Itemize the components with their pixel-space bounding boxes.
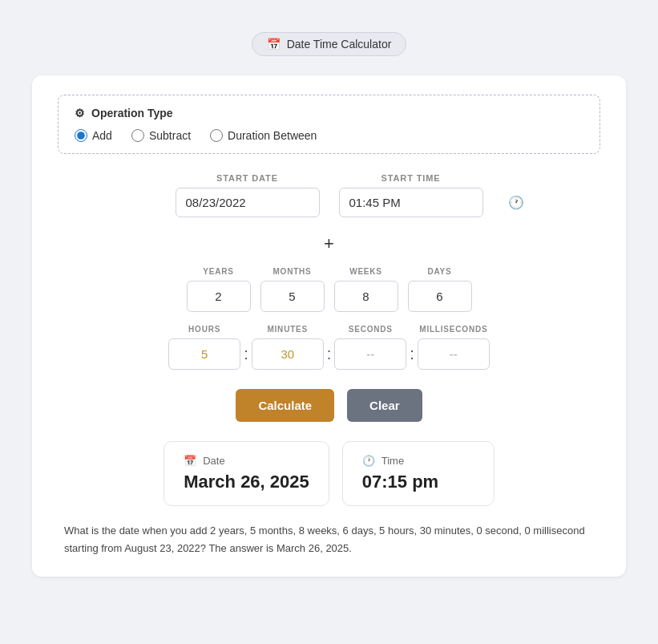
radio-add[interactable]: Add [75,129,112,142]
clock-icon: 🕐 [508,195,524,210]
days-input[interactable] [408,281,472,312]
minutes-field: MINUTES [252,325,324,370]
hours-label: HOURS [188,325,220,334]
duration-grid-top: YEARS MONTHS WEEKS DAYS [58,267,600,312]
colon-1: : [244,345,248,370]
start-date-input[interactable] [186,196,338,209]
radio-group: Add Subtract Duration Between [75,129,583,142]
minutes-input[interactable] [252,338,324,370]
milliseconds-field: MILLISECONDS [418,325,490,370]
weeks-input[interactable] [334,281,398,312]
weeks-field: WEEKS [334,267,398,312]
days-field: DAYS [408,267,472,312]
result-clock-icon: 🕐 [362,455,375,467]
operation-title: ⚙ Operation Type [75,107,583,119]
operation-section: ⚙ Operation Type Add Subtract Duration B… [58,95,600,154]
years-input[interactable] [187,281,251,312]
start-time-label: START TIME [339,173,483,183]
months-input[interactable] [260,281,325,312]
milliseconds-input[interactable] [418,338,490,370]
start-time-input-wrapper[interactable]: 🕐 [339,188,483,217]
radio-subtract-input[interactable] [131,129,144,142]
main-card: ⚙ Operation Type Add Subtract Duration B… [32,75,626,577]
result-row: 📅 Date March 26, 2025 🕐 Time 07:15 pm [58,441,600,506]
gear-icon: ⚙ [75,107,85,119]
milliseconds-label: MILLISECONDS [419,325,487,334]
months-label: MONTHS [272,267,311,276]
seconds-input[interactable] [334,338,406,370]
title-bar: 📅 Date Time Calculator [32,32,626,56]
colon-3: : [410,345,414,370]
result-date-title: 📅 Date [184,455,309,467]
main-container: 📅 Date Time Calculator ⚙ Operation Type … [16,16,642,606]
result-time-title: 🕐 Time [362,455,474,467]
days-label: DAYS [427,267,451,276]
result-date-card: 📅 Date March 26, 2025 [163,441,329,506]
radio-duration[interactable]: Duration Between [210,129,317,142]
calculate-button[interactable]: Calculate [236,389,334,422]
years-field: YEARS [187,267,251,312]
minutes-label: MINUTES [267,325,308,334]
seconds-label: SECONDS [349,325,393,334]
plus-symbol: + [58,233,600,254]
start-date-input-wrapper[interactable]: 📅 [176,188,320,217]
result-date-value: March 26, 2025 [184,472,309,492]
weeks-label: WEEKS [349,267,382,276]
calendar-icon: 📅 [267,38,281,51]
app-title: Date Time Calculator [287,38,392,51]
colon-2: : [327,345,332,370]
seconds-field: SECONDS [334,325,406,370]
radio-duration-input[interactable] [210,129,223,142]
clear-button[interactable]: Clear [347,389,422,422]
result-date-icon: 📅 [184,455,196,467]
start-date-label: START DATE [176,173,320,183]
years-label: YEARS [203,267,233,276]
radio-add-input[interactable] [75,129,87,142]
start-date-group: START DATE 📅 [176,173,320,217]
radio-subtract[interactable]: Subtract [131,129,191,142]
start-time-input[interactable] [349,196,502,209]
months-field: MONTHS [260,267,325,312]
description-text: What is the date when you add 2 years, 5… [58,522,600,557]
start-time-group: START TIME 🕐 [339,173,483,217]
buttons-row: Calculate Clear [58,389,600,422]
hours-input[interactable] [168,338,240,370]
title-pill: 📅 Date Time Calculator [252,32,407,56]
date-time-row: START DATE 📅 START TIME 🕐 [58,173,600,217]
result-time-card: 🕐 Time 07:15 pm [342,441,495,506]
result-time-value: 07:15 pm [362,472,474,492]
duration-grid-bottom: HOURS : MINUTES : SECONDS : MILLISECONDS [58,325,600,370]
hours-field: HOURS [168,325,240,370]
